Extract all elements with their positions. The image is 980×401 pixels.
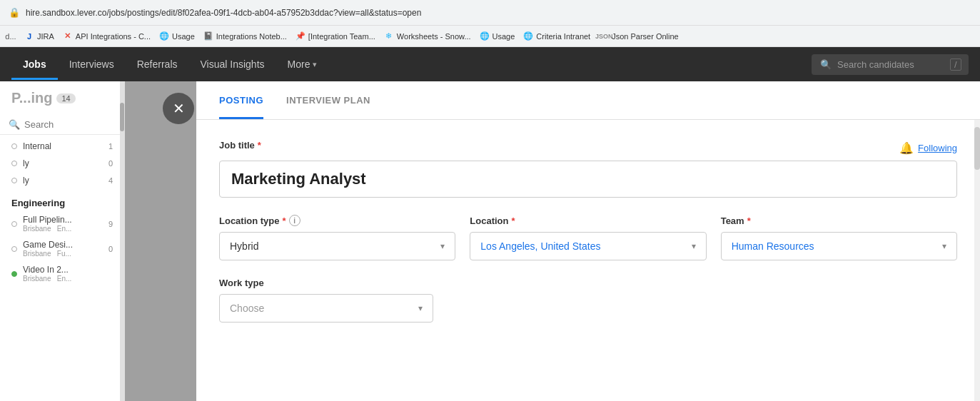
sidebar-item-count-full-pipeline: 9 xyxy=(108,220,113,228)
sidebar-item-count-game-design: 0 xyxy=(108,245,113,253)
sidebar-item-count-internal: 1 xyxy=(108,142,113,151)
bookmark-icon-usage2: 🌐 xyxy=(480,31,490,41)
bookmark-json[interactable]: JSON Json Parser Online xyxy=(599,31,679,41)
bookmark-criteria[interactable]: 🌐 Criteria Intranet xyxy=(523,31,590,41)
chevron-down-icon: ▾ xyxy=(313,60,317,69)
location-type-value: Hybrid xyxy=(230,240,258,252)
bookmark-label-usage2: Usage xyxy=(492,32,515,41)
job-title-input[interactable] xyxy=(219,161,957,198)
bookmark-icon-usage1: 🌐 xyxy=(159,31,169,41)
team-dropdown[interactable]: Human Resources ▾ xyxy=(721,232,957,260)
following-button[interactable]: 🔔 Following xyxy=(899,141,957,155)
bookmark-icon-api: ✕ xyxy=(63,31,73,41)
bookmark-noteb[interactable]: 📓 Integrations Noteb... xyxy=(203,31,287,41)
location-team-row: Location type * i Hybrid ▾ Location * xyxy=(219,215,957,260)
sidebar-item-name-ly1: ly xyxy=(23,158,103,168)
work-type-group: Work type Choose ▾ xyxy=(219,278,957,323)
bookmark-label-worksheets: Worksheets - Snow... xyxy=(397,32,471,41)
panel-scrollbar-thumb xyxy=(974,127,980,170)
sidebar-item-ly1[interactable]: ly 0 xyxy=(0,155,124,172)
bookmark-usage2[interactable]: 🌐 Usage xyxy=(480,31,515,41)
panel-content: Job title * 🔔 Following Location type xyxy=(196,120,980,401)
nav-item-referrals[interactable]: Referrals xyxy=(126,49,189,80)
chevron-down-icon-location-type: ▾ xyxy=(440,241,445,251)
bookmark-icon-d: d... xyxy=(6,31,16,41)
bookmark-icon-json: JSON xyxy=(599,31,609,41)
panel-tabs: POSTING INTERVIEW PLAN xyxy=(196,81,980,120)
status-dot-full-pipeline xyxy=(11,221,17,227)
sidebar-search[interactable]: 🔍 xyxy=(0,115,124,135)
team-required: * xyxy=(747,215,751,226)
location-type-group: Location type * i Hybrid ▾ xyxy=(219,215,455,260)
sidebar-item-name-internal: Internal xyxy=(23,141,103,151)
sidebar-item-count-ly2: 4 xyxy=(108,176,113,185)
nav-bar: Jobs Interviews Referrals Visual Insight… xyxy=(0,47,980,81)
sidebar-city-full-pipeline: Brisbane En... xyxy=(23,225,103,233)
sidebar-search-icon: 🔍 xyxy=(9,119,20,130)
location-type-label: Location type * i xyxy=(219,215,455,226)
bookmark-api[interactable]: ✕ API Integrations - C... xyxy=(63,31,151,41)
location-dropdown[interactable]: Los Angeles, United States ▾ xyxy=(470,232,706,260)
status-dot-ly2 xyxy=(11,178,17,183)
sidebar-item-full-pipeline[interactable]: Full Pipelin... Brisbane En... 9 xyxy=(0,211,124,236)
lock-icon: 🔒 xyxy=(9,7,20,18)
work-type-dropdown[interactable]: Choose ▾ xyxy=(219,294,433,323)
job-title-row: Job title * 🔔 Following xyxy=(219,140,957,156)
location-type-info-icon[interactable]: i xyxy=(289,215,300,226)
tab-posting[interactable]: POSTING xyxy=(219,83,263,119)
search-shortcut: / xyxy=(950,59,961,71)
search-input[interactable] xyxy=(837,59,944,70)
nav-links: Jobs Interviews Referrals Visual Insight… xyxy=(11,49,328,80)
team-label: Team * xyxy=(721,215,957,226)
sidebar-section-title: Engineering xyxy=(0,192,124,211)
search-bar[interactable]: 🔍 / xyxy=(812,54,969,75)
nav-more-label: More xyxy=(288,59,310,70)
location-type-dropdown[interactable]: Hybrid ▾ xyxy=(219,232,455,260)
bookmark-icon-criteria: 🌐 xyxy=(523,31,533,41)
status-dot-internal xyxy=(11,143,17,149)
job-title-label: Job title * xyxy=(219,140,261,151)
chevron-down-icon-location: ▾ xyxy=(692,241,696,251)
sidebar-item-internal[interactable]: Internal 1 xyxy=(0,138,124,155)
sidebar-count-badge: 14 xyxy=(56,93,75,103)
job-title-required: * xyxy=(258,140,261,151)
bell-icon: 🔔 xyxy=(899,141,914,155)
bookmark-d[interactable]: d... xyxy=(6,31,16,41)
chevron-down-icon-work-type: ▾ xyxy=(418,303,423,313)
panel-scrollbar[interactable] xyxy=(974,120,980,401)
sidebar-scrollbar[interactable] xyxy=(120,81,124,401)
bookmark-icon-integration: 📌 xyxy=(295,31,305,41)
bookmark-jira[interactable]: J JIRA xyxy=(24,31,54,41)
nav-item-visual-insights[interactable]: Visual Insights xyxy=(189,49,276,80)
bookmark-usage1[interactable]: 🌐 Usage xyxy=(159,31,195,41)
sidebar-city-game-design: Brisbane Fu... xyxy=(23,250,103,258)
address-url[interactable]: hire.sandbox.lever.co/jobs/postings/edit… xyxy=(26,8,421,18)
sidebar-item-name-full-pipeline: Full Pipelin... xyxy=(23,215,103,225)
bookmark-icon-noteb: 📓 xyxy=(203,31,213,41)
close-icon: ✕ xyxy=(173,100,185,117)
location-value: Los Angeles, United States xyxy=(480,240,600,252)
sidebar-search-input[interactable] xyxy=(24,119,116,130)
team-value: Human Resources xyxy=(732,240,814,252)
location-required: * xyxy=(512,215,515,226)
sidebar-header: P...ing 14 xyxy=(0,81,124,115)
close-button[interactable]: ✕ xyxy=(163,93,194,124)
work-type-label: Work type xyxy=(219,278,957,288)
status-dot-ly1 xyxy=(11,161,17,166)
nav-item-jobs[interactable]: Jobs xyxy=(11,49,58,80)
bookmark-label-api: API Integrations - C... xyxy=(76,32,151,41)
sidebar-item-name-video: Video In 2... xyxy=(23,265,107,275)
bookmark-worksheets[interactable]: ❄ Worksheets - Snow... xyxy=(384,31,471,41)
bookmark-integration[interactable]: 📌 [Integration Team... xyxy=(295,31,375,41)
sidebar-item-game-design[interactable]: Game Desi... Brisbane Fu... 0 xyxy=(0,236,124,261)
sidebar-item-video[interactable]: Video In 2... Brisbane En... xyxy=(0,261,124,286)
following-label: Following xyxy=(918,143,957,153)
sidebar-item-name-ly2: ly xyxy=(23,176,103,186)
nav-item-interviews[interactable]: Interviews xyxy=(58,49,126,80)
bookmark-icon-worksheets: ❄ xyxy=(384,31,394,41)
sidebar-item-ly2[interactable]: ly 4 xyxy=(0,172,124,189)
right-panel: POSTING INTERVIEW PLAN Job title * 🔔 Fol… xyxy=(196,81,980,401)
nav-item-more[interactable]: More ▾ xyxy=(276,49,329,80)
tab-interview-plan[interactable]: INTERVIEW PLAN xyxy=(286,83,370,119)
sidebar-title: P...ing xyxy=(11,90,52,106)
